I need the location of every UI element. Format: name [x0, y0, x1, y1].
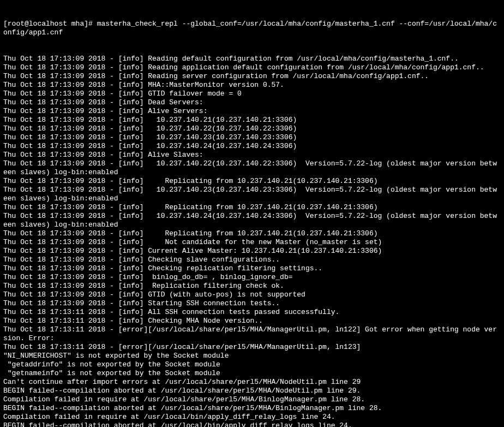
log-line: Thu Oct 18 17:13:09 2018 - [info] Replic…	[3, 282, 501, 290]
log-line: Thu Oct 18 17:13:09 2018 - [info] 10.237…	[3, 212, 501, 229]
log-line: Thu Oct 18 17:13:09 2018 - [info] GTID f…	[3, 90, 501, 98]
log-line: Thu Oct 18 17:13:09 2018 - [info] Checki…	[3, 256, 501, 264]
log-line: "getnameinfo" is not exported by the Soc…	[3, 369, 501, 378]
log-line: Thu Oct 18 17:13:09 2018 - [info] GTID (…	[3, 290, 501, 299]
log-line: Thu Oct 18 17:13:09 2018 - [info] 10.237…	[3, 124, 501, 133]
log-lines: Thu Oct 18 17:13:09 2018 - [info] Readin…	[3, 55, 501, 427]
log-line: BEGIN failed--compilation aborted at /us…	[3, 404, 501, 413]
log-line: Thu Oct 18 17:13:09 2018 - [info] Readin…	[3, 72, 501, 81]
log-line: Thu Oct 18 17:13:09 2018 - [info] 10.237…	[3, 142, 501, 151]
log-line: Compilation failed in require at /usr/lo…	[3, 413, 501, 422]
log-line: Thu Oct 18 17:13:09 2018 - [info] 10.237…	[3, 186, 501, 203]
log-line: Thu Oct 18 17:13:09 2018 - [info] Alive …	[3, 151, 501, 159]
log-line: Thu Oct 18 17:13:09 2018 - [info] Readin…	[3, 55, 501, 63]
log-line: "getaddrinfo" is not exported by the Soc…	[3, 360, 501, 369]
log-line: Thu Oct 18 17:13:09 2018 - [info] binlog…	[3, 273, 501, 282]
log-line: BEGIN failed--compilation aborted at /us…	[3, 387, 501, 395]
log-line: Thu Oct 18 17:13:11 2018 - [error][/usr/…	[3, 343, 501, 352]
log-line: Thu Oct 18 17:13:09 2018 - [info] Replic…	[3, 177, 501, 186]
log-line: Thu Oct 18 17:13:09 2018 - [info] Replic…	[3, 203, 501, 212]
log-line: Thu Oct 18 17:13:09 2018 - [info] Not ca…	[3, 238, 501, 247]
log-line: Thu Oct 18 17:13:09 2018 - [info] Checki…	[3, 264, 501, 273]
log-line: Thu Oct 18 17:13:11 2018 - [info] Checki…	[3, 317, 501, 325]
log-line: Thu Oct 18 17:13:09 2018 - [info] 10.237…	[3, 159, 501, 177]
log-line: Thu Oct 18 17:13:11 2018 - [info] All SS…	[3, 308, 501, 317]
log-line: Can't continue after import errors at /u…	[3, 378, 501, 387]
log-line: "NI_NUMERICHOST" is not exported by the …	[3, 352, 501, 360]
log-line: Thu Oct 18 17:13:09 2018 - [info] Alive …	[3, 107, 501, 116]
log-line: Thu Oct 18 17:13:09 2018 - [info] Curren…	[3, 247, 501, 256]
log-line: Thu Oct 18 17:13:09 2018 - [info] MHA::M…	[3, 81, 501, 90]
log-line: BEGIN failed--compilation aborted at /us…	[3, 422, 501, 427]
log-line: Thu Oct 18 17:13:11 2018 - [error][/usr/…	[3, 325, 501, 343]
log-line: Thu Oct 18 17:13:09 2018 - [info] 10.237…	[3, 133, 501, 142]
log-line: Thu Oct 18 17:13:09 2018 - [info] Dead S…	[3, 98, 501, 107]
terminal-output[interactable]: [root@localhost mha]# masterha_check_rep…	[0, 0, 504, 427]
prompt-line: [root@localhost mha]# masterha_check_rep…	[3, 20, 501, 37]
log-line: Thu Oct 18 17:13:09 2018 - [info] Starti…	[3, 299, 501, 308]
log-line: Thu Oct 18 17:13:09 2018 - [info] 10.237…	[3, 116, 501, 124]
log-line: Compilation failed in require at /usr/lo…	[3, 395, 501, 404]
log-line: Thu Oct 18 17:13:09 2018 - [info] Readin…	[3, 63, 501, 72]
log-line: Thu Oct 18 17:13:09 2018 - [info] Replic…	[3, 229, 501, 238]
